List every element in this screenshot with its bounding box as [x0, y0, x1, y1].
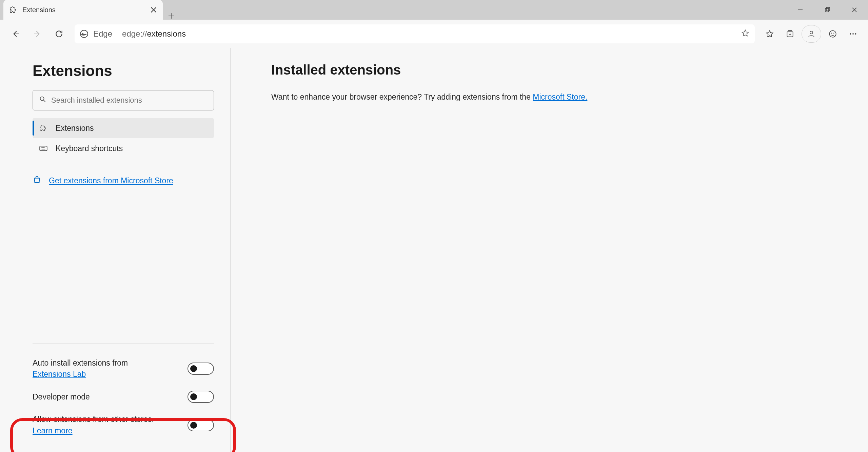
- sidebar-title: Extensions: [33, 62, 214, 79]
- toggle-row-auto-install: Auto install extensions from Extensions …: [33, 352, 214, 386]
- main-heading: Installed extensions: [271, 62, 827, 78]
- toggle-row-other-stores: Allow extensions from other stores. Lear…: [33, 408, 214, 442]
- svg-rect-1: [826, 7, 830, 11]
- svg-point-7: [833, 33, 834, 34]
- store-icon: [33, 175, 41, 186]
- tab-close-button[interactable]: [150, 6, 157, 14]
- main-panel: Installed extensions Want to enhance you…: [231, 48, 868, 452]
- nav-item-extensions[interactable]: Extensions: [33, 118, 214, 138]
- maximize-button[interactable]: [814, 0, 841, 20]
- svg-point-10: [855, 33, 856, 35]
- sidebar-nav: Extensions Keyboard shortcuts: [33, 118, 214, 159]
- nav-item-keyboard-shortcuts[interactable]: Keyboard shortcuts: [33, 138, 214, 159]
- profile-button[interactable]: [802, 25, 821, 43]
- browser-tab[interactable]: Extensions: [3, 0, 163, 20]
- puzzle-icon: [39, 123, 48, 133]
- url-scheme: edge://: [122, 29, 147, 38]
- content-area: Extensions Extensions Keyboard shortcuts: [0, 48, 868, 452]
- close-window-button[interactable]: [841, 0, 868, 20]
- svg-rect-0: [825, 8, 829, 12]
- site-identity[interactable]: Edge: [80, 29, 112, 39]
- extensions-lab-link[interactable]: Extensions Lab: [33, 370, 86, 378]
- nav-label: Keyboard shortcuts: [56, 144, 123, 153]
- keyboard-icon: [39, 144, 48, 153]
- nav-label: Extensions: [56, 124, 94, 133]
- svg-point-6: [831, 33, 832, 34]
- forward-button[interactable]: [28, 24, 47, 43]
- divider: [33, 167, 214, 167]
- search-extensions-box[interactable]: [33, 90, 214, 110]
- svg-point-8: [850, 33, 851, 35]
- new-tab-button[interactable]: [163, 12, 180, 20]
- edge-logo-icon: [80, 29, 88, 38]
- window-controls: [787, 0, 868, 20]
- sidebar-bottom: Auto install extensions from Extensions …: [33, 335, 214, 442]
- titlebar: Extensions: [0, 0, 868, 20]
- svg-point-2: [80, 30, 88, 38]
- search-icon: [39, 96, 46, 105]
- address-divider: [117, 29, 117, 39]
- address-url: edge://extensions: [122, 29, 736, 39]
- tab-title: Extensions: [22, 6, 145, 14]
- puzzle-icon: [9, 6, 18, 14]
- sidebar: Extensions Extensions Keyboard shortcuts: [0, 48, 231, 452]
- other-stores-learn-more-link[interactable]: Learn more: [33, 426, 73, 435]
- svg-point-11: [40, 97, 44, 101]
- feedback-smiley-button[interactable]: [824, 25, 842, 43]
- toggle-label: Allow extensions from other stores. Lear…: [33, 414, 161, 436]
- developer-mode-toggle[interactable]: [188, 391, 214, 403]
- refresh-button[interactable]: [50, 24, 68, 43]
- toggle-row-developer-mode: Developer mode: [33, 385, 214, 408]
- svg-point-9: [852, 33, 854, 35]
- toggle-label: Auto install extensions from Extensions …: [33, 357, 161, 380]
- svg-point-4: [810, 31, 813, 34]
- favorites-button[interactable]: [761, 25, 778, 43]
- tab-strip: Extensions: [0, 0, 787, 20]
- minimize-button[interactable]: [787, 0, 814, 20]
- back-button[interactable]: [6, 24, 25, 43]
- svg-rect-12: [40, 146, 47, 151]
- get-extensions-store-link[interactable]: Get extensions from Microsoft Store: [49, 176, 173, 185]
- main-blurb: Want to enhance your browser experience?…: [271, 91, 827, 103]
- store-link-row: Get extensions from Microsoft Store: [33, 175, 214, 186]
- settings-more-button[interactable]: [844, 25, 862, 43]
- divider: [33, 344, 214, 344]
- toolbar: Edge edge://extensions: [0, 20, 868, 48]
- auto-install-toggle[interactable]: [188, 363, 214, 375]
- site-identity-label: Edge: [93, 29, 112, 39]
- other-stores-toggle[interactable]: [188, 419, 214, 431]
- search-input[interactable]: [51, 96, 208, 105]
- toggle-label: Developer mode: [33, 391, 90, 403]
- address-bar[interactable]: Edge edge://extensions: [75, 24, 755, 43]
- collections-button[interactable]: [781, 25, 799, 43]
- favorite-star-icon[interactable]: [741, 29, 750, 39]
- url-path: extensions: [147, 29, 186, 38]
- svg-point-5: [829, 30, 836, 37]
- microsoft-store-link[interactable]: Microsoft Store.: [533, 93, 587, 101]
